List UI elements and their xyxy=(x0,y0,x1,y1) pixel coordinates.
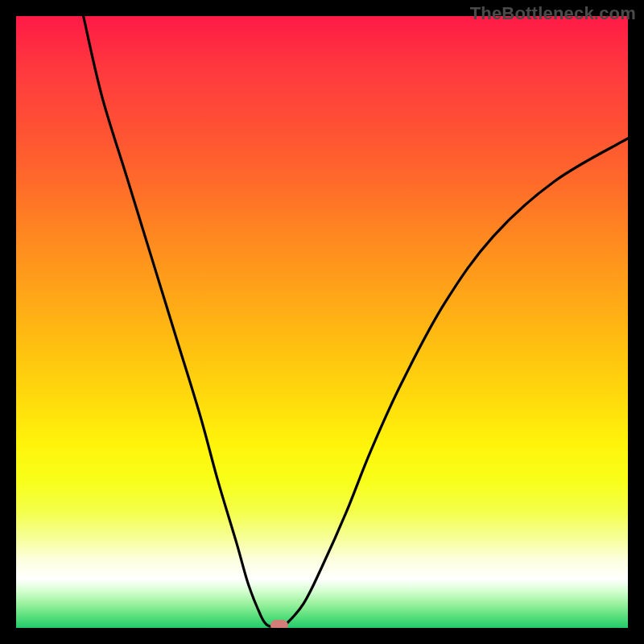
chart-frame: TheBottleneck.com xyxy=(0,0,644,644)
curve-path xyxy=(84,16,628,627)
bottleneck-curve xyxy=(16,16,628,628)
minimum-marker xyxy=(270,620,288,628)
watermark-text: TheBottleneck.com xyxy=(470,3,636,24)
plot-area xyxy=(16,16,628,628)
